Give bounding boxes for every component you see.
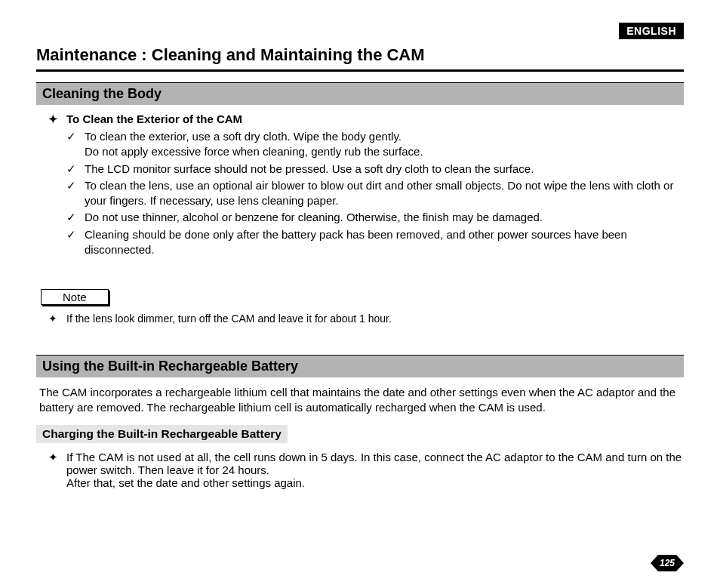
check-icon: ✓ [66,129,85,160]
intro-bullet: ✦ To Clean the Exterior of the CAM [48,112,684,126]
diamond-bullet-icon: ✦ [48,112,66,126]
section-heading-cleaning: Cleaning the Body [36,82,684,105]
check-icon: ✓ [66,178,85,209]
page-number: 125 [660,558,675,568]
check-text: Cleaning should be done only after the b… [85,227,684,258]
charging-text: If The CAM is not used at all, the cell … [66,451,684,489]
check-text: To clean the lens, use an optional air b… [85,178,684,209]
check-icon: ✓ [66,210,85,225]
note-bullet: ✦ If the lens look dimmer, turn off the … [48,312,684,325]
check-icon: ✓ [66,227,85,258]
check-item: ✓ To clean the exterior, use a soft dry … [66,129,684,160]
charging-bullet: ✦ If The CAM is not used at all, the cel… [48,451,684,489]
check-list: ✓ To clean the exterior, use a soft dry … [66,129,684,257]
check-text: The LCD monitor surface should not be pr… [85,162,534,177]
page-number-badge: 125 [651,552,684,574]
note-label-box: Note [41,289,109,305]
check-item: ✓ The LCD monitor surface should not be … [66,162,684,177]
check-text: Do not use thinner, alcohol or benzene f… [85,210,543,225]
diamond-bullet-icon: ✦ [48,312,66,325]
check-icon: ✓ [66,162,85,177]
battery-paragraph: The CAM incorporates a rechargeable lith… [39,385,684,416]
check-item: ✓ To clean the lens, use an optional air… [66,178,684,209]
subheading-charging: Charging the Built-in Rechargeable Batte… [36,425,288,443]
intro-bullet-text: To Clean the Exterior of the CAM [66,112,242,126]
note-text: If the lens look dimmer, turn off the CA… [66,312,392,325]
language-tag: ENGLISH [619,23,684,39]
diamond-bullet-icon: ✦ [48,451,66,489]
manual-page: ENGLISH Maintenance : Cleaning and Maint… [0,0,720,507]
check-text: To clean the exterior, use a soft dry cl… [85,129,423,160]
check-item: ✓ Do not use thinner, alcohol or benzene… [66,210,684,225]
check-item: ✓ Cleaning should be done only after the… [66,227,684,258]
section-heading-battery: Using the Built-in Rechargeable Battery [36,355,684,377]
page-title: Maintenance : Cleaning and Maintaining t… [36,45,684,72]
